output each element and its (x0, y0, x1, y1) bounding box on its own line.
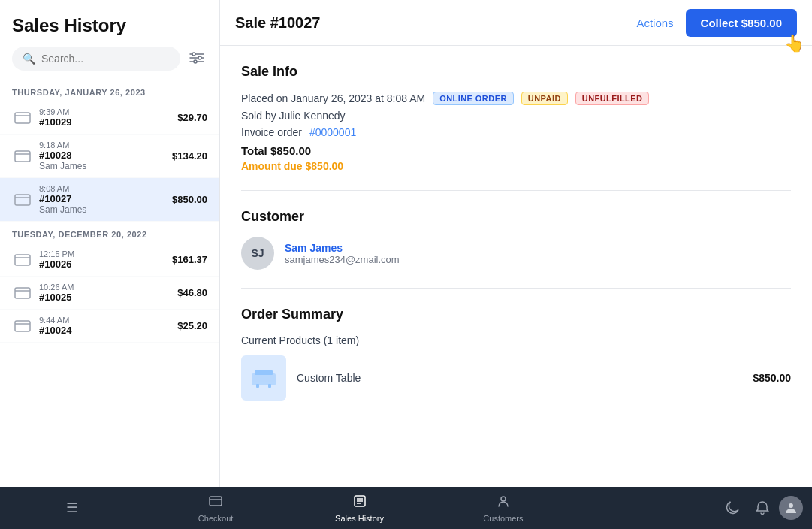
divider-2 (241, 288, 791, 289)
sold-by-line: Sold by Julie Kennedy (241, 110, 791, 122)
customers-icon (496, 494, 511, 512)
search-input-wrap: 🔍 (12, 47, 180, 71)
sale-item-10028-info: 9:18 AM #10028 Sam James (39, 141, 172, 171)
divider-1 (241, 190, 791, 191)
card-icon-10025 (12, 286, 33, 301)
customer-name[interactable]: Sam James (285, 242, 400, 254)
card-icon-10029 (12, 110, 33, 125)
svg-rect-6 (15, 113, 30, 123)
badge-unfulfilled: UNFULFILLED (575, 92, 650, 105)
svg-rect-20 (256, 384, 259, 388)
sale-item-10024-info: 9:44 AM #10024 (39, 316, 177, 336)
customer-email: samjames234@zmail.com (285, 254, 400, 265)
sale-item-10028-amount: $134.20 (172, 150, 207, 162)
product-row: Custom Table $850.00 (241, 355, 791, 401)
sale-item-10027-id: #10027 (39, 193, 172, 204)
search-input[interactable] (41, 53, 170, 65)
sale-item-10028-id: #10028 (39, 150, 172, 161)
user-avatar-button[interactable] (779, 496, 803, 520)
product-thumbnail (241, 355, 286, 401)
sale-item-10027-amount: $850.00 (172, 194, 207, 205)
placed-text: Placed on January 26, 2023 at 8:08 AM (241, 92, 425, 104)
sale-item-10026-amount: $161.37 (172, 254, 207, 265)
svg-point-28 (501, 497, 506, 501)
sale-item-10024-time: 9:44 AM (39, 316, 177, 325)
svg-rect-19 (255, 370, 273, 375)
svg-rect-22 (210, 497, 222, 506)
sale-item-10024-id: #10024 (39, 325, 177, 336)
card-icon-10028 (12, 149, 33, 164)
svg-point-5 (194, 60, 197, 63)
product-name: Custom Table (297, 372, 361, 384)
sale-item-10027-time: 8:08 AM (39, 184, 172, 193)
sales-history-label: Sales History (335, 514, 384, 523)
customer-section: Customer SJ Sam James samjames234@zmail.… (241, 209, 791, 270)
customer-info: Sam James samjames234@zmail.com (285, 242, 400, 265)
sale-item-10026-time: 12:15 PM (39, 249, 172, 258)
svg-point-4 (198, 56, 201, 59)
sale-item-10029[interactable]: 9:39 AM #10029 $29.70 (0, 101, 219, 135)
svg-rect-18 (252, 373, 276, 385)
svg-point-29 (789, 503, 793, 508)
sale-item-10028-customer: Sam James (39, 161, 172, 171)
sale-item-10027[interactable]: 8:08 AM #10027 Sam James $850.00 (0, 178, 219, 222)
svg-rect-14 (15, 288, 30, 298)
detail-body: Sale Info Placed on January 26, 2023 at … (220, 46, 812, 487)
svg-rect-16 (15, 321, 30, 331)
card-icon-10026 (12, 252, 33, 268)
filter-button[interactable] (186, 49, 207, 69)
sale-item-10025-amount: $46.80 (177, 287, 207, 298)
customers-label: Customers (483, 514, 523, 523)
sidebar: Sales History 🔍 (0, 0, 220, 487)
nav-item-checkout[interactable]: Checkout (143, 489, 287, 527)
actions-button[interactable]: Actions (624, 11, 685, 35)
total-line: Total $850.00 (241, 144, 791, 157)
badge-unpaid: UNPAID (521, 92, 568, 105)
sale-item-10024[interactable]: 9:44 AM #10024 $25.20 (0, 310, 219, 343)
nav-item-menu[interactable]: ☰ (0, 495, 143, 521)
card-icon-10024 (12, 319, 33, 334)
bottom-nav: ☰ Checkout Sales History Customers (0, 487, 812, 529)
sale-item-10027-customer: Sam James (39, 204, 172, 215)
sale-item-10025-time: 10:26 AM (39, 283, 177, 292)
sale-item-10025[interactable]: 10:26 AM #10025 $46.80 (0, 277, 219, 310)
card-icon-10027 (12, 192, 33, 207)
customer-avatar: SJ (241, 237, 274, 270)
sale-item-10028-time: 9:18 AM (39, 141, 172, 150)
customer-section-title: Customer (241, 209, 791, 225)
sale-item-10025-info: 10:26 AM #10025 (39, 283, 177, 303)
order-summary-title: Order Summary (241, 307, 791, 322)
menu-icon: ☰ (66, 500, 78, 516)
sidebar-header: Sales History 🔍 (0, 0, 219, 80)
svg-rect-8 (15, 151, 30, 162)
invoice-link[interactable]: #0000001 (309, 126, 356, 138)
svg-rect-21 (268, 384, 271, 388)
checkout-icon (208, 494, 223, 512)
badge-online: ONLINE ORDER (433, 92, 514, 105)
sale-item-10028[interactable]: 9:18 AM #10028 Sam James $134.20 (0, 135, 219, 178)
detail-header: Sale #10027 Actions Collect $850.00 👆 (220, 0, 812, 46)
sale-item-10026[interactable]: 12:15 PM #10026 $161.37 (0, 243, 219, 277)
svg-point-3 (192, 53, 195, 56)
moon-icon-button[interactable] (719, 494, 746, 521)
sale-info-title: Sale Info (241, 64, 791, 80)
sale-item-10029-time: 9:39 AM (39, 107, 177, 116)
product-price: $850.00 (753, 372, 791, 384)
sale-item-10025-id: #10025 (39, 292, 177, 303)
product-info: Custom Table (297, 372, 361, 384)
bell-icon-button[interactable] (749, 494, 776, 521)
sidebar-list: THURSDAY, JANUARY 26, 2023 9:39 AM #1002… (0, 80, 219, 487)
collect-button[interactable]: Collect $850.00 (686, 9, 797, 37)
detail-panel: Sale #10027 Actions Collect $850.00 👆 Sa… (220, 0, 812, 487)
sidebar-title: Sales History (12, 15, 207, 36)
nav-item-customers[interactable]: Customers (431, 489, 575, 527)
invoice-label: Invoice order (241, 126, 302, 138)
svg-rect-10 (15, 195, 30, 205)
sale-placed-line: Placed on January 26, 2023 at 8:08 AM ON… (241, 92, 791, 105)
nav-item-sales-history[interactable]: Sales History (288, 489, 431, 527)
search-icon: 🔍 (23, 53, 35, 65)
svg-rect-12 (15, 255, 30, 265)
sale-item-10029-amount: $29.70 (177, 112, 207, 123)
invoice-line: Invoice order #0000001 (241, 126, 791, 138)
date-group-1-header: THURSDAY, JANUARY 26, 2023 (0, 80, 219, 101)
